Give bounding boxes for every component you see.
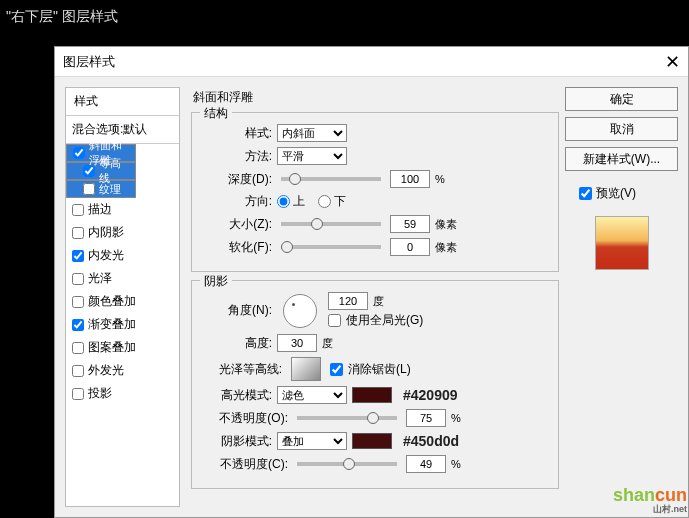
styles-header[interactable]: 样式 [66, 88, 179, 116]
sh-mode-label: 阴影模式: [202, 433, 272, 450]
hl-color-swatch[interactable] [352, 387, 392, 403]
style-checkbox[interactable] [72, 273, 84, 285]
dialog-header: 图层样式 ✕ [55, 47, 688, 77]
dir-down-label: 下 [334, 193, 346, 210]
structure-fieldset: 结构 样式: 内斜面 方法: 平滑 深度(D): % 方向: 上 [191, 112, 559, 272]
px-unit: 像素 [435, 217, 457, 232]
close-icon[interactable]: ✕ [665, 51, 680, 73]
preview-swatch [595, 216, 649, 270]
new-style-button[interactable]: 新建样式(W)... [565, 147, 678, 171]
hl-op-input[interactable] [406, 409, 446, 427]
watermark: shancun 山村.net [613, 485, 687, 516]
style-label: 颜色叠加 [88, 293, 136, 310]
style-label: 样式: [202, 125, 272, 142]
style-item-11[interactable]: 投影 [66, 382, 179, 405]
style-label: 内发光 [88, 247, 124, 264]
soften-label: 软化(F): [202, 239, 272, 256]
style-checkbox[interactable] [72, 227, 84, 239]
style-item-7[interactable]: 颜色叠加 [66, 290, 179, 313]
pct-unit: % [435, 173, 445, 185]
style-label: 外发光 [88, 362, 124, 379]
bevel-title: 斜面和浮雕 [193, 89, 557, 106]
angle-dial[interactable] [283, 294, 317, 328]
depth-input[interactable] [390, 170, 430, 188]
depth-label: 深度(D): [202, 171, 272, 188]
contour-picker[interactable] [291, 357, 321, 381]
style-item-10[interactable]: 外发光 [66, 359, 179, 382]
sh-color-swatch[interactable] [352, 433, 392, 449]
style-checkbox[interactable] [72, 365, 84, 377]
direction-label: 方向: [202, 193, 272, 210]
style-label: 光泽 [88, 270, 112, 287]
sh-op-slider[interactable] [297, 462, 397, 466]
hl-hex: #420909 [403, 387, 458, 403]
style-checkbox[interactable] [72, 296, 84, 308]
size-label: 大小(Z): [202, 216, 272, 233]
ok-button[interactable]: 确定 [565, 87, 678, 111]
style-item-4[interactable]: 内阴影 [66, 221, 179, 244]
layer-style-dialog: 图层样式 ✕ 样式 混合选项:默认 斜面和浮雕等高线纹理描边内阴影内发光光泽颜色… [54, 46, 689, 518]
shading-fieldset: 阴影 角度(N): 度 使用全局光(G) [191, 280, 559, 489]
global-light-checkbox[interactable] [328, 314, 341, 327]
method-select[interactable]: 平滑 [277, 147, 347, 165]
angle-label: 角度(N): [202, 302, 272, 319]
style-checkbox[interactable] [83, 165, 95, 177]
cancel-button[interactable]: 取消 [565, 117, 678, 141]
preview-checkbox[interactable] [579, 187, 592, 200]
style-label: 内阴影 [88, 224, 124, 241]
hl-op-slider[interactable] [297, 416, 397, 420]
dialog-title: 图层样式 [63, 53, 115, 71]
depth-slider[interactable] [281, 177, 381, 181]
style-checkbox[interactable] [73, 147, 85, 159]
structure-legend: 结构 [200, 105, 232, 122]
style-item-9[interactable]: 图案叠加 [66, 336, 179, 359]
sh-hex: #450d0d [403, 433, 459, 449]
style-label: 图案叠加 [88, 339, 136, 356]
contour-label: 光泽等高线: [202, 361, 282, 378]
style-label: 渐变叠加 [88, 316, 136, 333]
style-checkbox[interactable] [72, 250, 84, 262]
styles-panel: 样式 混合选项:默认 斜面和浮雕等高线纹理描边内阴影内发光光泽颜色叠加渐变叠加图… [65, 87, 180, 507]
antialias-label: 消除锯齿(L) [348, 361, 411, 378]
style-label: 描边 [88, 201, 112, 218]
style-checkbox[interactable] [72, 204, 84, 216]
altitude-label: 高度: [202, 335, 272, 352]
global-light-label: 使用全局光(G) [346, 312, 423, 329]
dir-up-radio[interactable] [277, 195, 290, 208]
style-item-3[interactable]: 描边 [66, 198, 179, 221]
style-checkbox[interactable] [72, 388, 84, 400]
altitude-input[interactable] [277, 334, 317, 352]
page-title: "右下层" 图层样式 [0, 0, 689, 26]
sh-mode-select[interactable]: 叠加 [277, 432, 347, 450]
style-checkbox[interactable] [72, 342, 84, 354]
sh-op-label: 不透明度(C): [202, 456, 288, 473]
style-item-1[interactable]: 等高线 [66, 162, 136, 180]
dir-up-label: 上 [293, 193, 305, 210]
shading-legend: 阴影 [200, 273, 232, 290]
style-label: 投影 [88, 385, 112, 402]
size-input[interactable] [390, 215, 430, 233]
main-panel: 斜面和浮雕 结构 样式: 内斜面 方法: 平滑 深度(D): % [185, 77, 563, 517]
hl-mode-label: 高光模式: [202, 387, 272, 404]
style-checkbox[interactable] [83, 183, 95, 195]
style-select[interactable]: 内斜面 [277, 124, 347, 142]
style-item-6[interactable]: 光泽 [66, 267, 179, 290]
side-buttons: 确定 取消 新建样式(W)... 预览(V) [563, 77, 688, 517]
style-item-5[interactable]: 内发光 [66, 244, 179, 267]
style-label: 纹理 [99, 182, 121, 197]
hl-op-label: 不透明度(O): [202, 410, 288, 427]
soften-slider[interactable] [281, 245, 381, 249]
size-slider[interactable] [281, 222, 381, 226]
dir-down-radio[interactable] [318, 195, 331, 208]
angle-input[interactable] [328, 292, 368, 310]
soften-input[interactable] [390, 238, 430, 256]
sh-op-input[interactable] [406, 455, 446, 473]
antialias-checkbox[interactable] [330, 363, 343, 376]
style-item-8[interactable]: 渐变叠加 [66, 313, 179, 336]
preview-label: 预览(V) [596, 185, 636, 202]
hl-mode-select[interactable]: 滤色 [277, 386, 347, 404]
style-checkbox[interactable] [72, 319, 84, 331]
method-label: 方法: [202, 148, 272, 165]
